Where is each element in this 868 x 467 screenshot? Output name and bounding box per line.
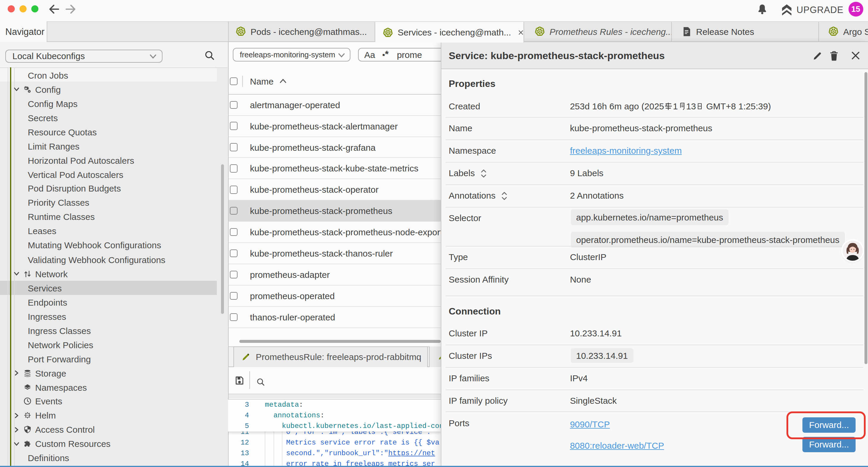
svg-text:HELM: HELM (25, 415, 29, 416)
